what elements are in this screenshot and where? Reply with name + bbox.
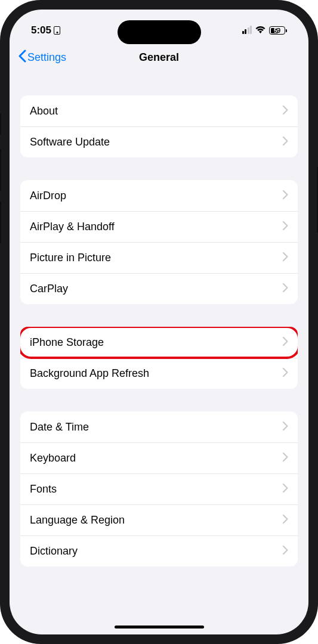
chevron-right-icon [283,515,288,526]
content: About Software Update AirDrop AirPlay & … [10,95,308,566]
cellular-signal-icon [242,27,252,34]
row-software-update[interactable]: Software Update [20,126,298,157]
chevron-right-icon [283,422,288,433]
dynamic-island [118,20,201,44]
row-label: Background App Refresh [30,367,149,380]
back-label: Settings [27,51,66,64]
row-label: Picture in Picture [30,252,111,264]
row-about[interactable]: About [20,95,298,126]
battery-icon: 59 [269,26,287,35]
nav-bar: Settings General [10,43,308,72]
row-label: AirPlay & Handoff [30,221,115,233]
row-label: Language & Region [30,514,125,527]
row-language-region[interactable]: Language & Region [20,504,298,535]
chevron-right-icon [283,106,288,117]
row-picture-in-picture[interactable]: Picture in Picture [20,242,298,273]
row-background-app-refresh[interactable]: Background App Refresh [20,358,298,389]
row-airplay-handoff[interactable]: AirPlay & Handoff [20,211,298,242]
status-left: 5:05 [31,24,60,36]
volume-up-button [0,149,1,191]
volume-down-button [0,202,1,243]
page-title: General [139,51,179,64]
chevron-right-icon [283,546,288,557]
chevron-left-icon [18,49,26,66]
row-label: Date & Time [30,421,89,434]
row-keyboard[interactable]: Keyboard [20,442,298,473]
row-label: iPhone Storage [30,336,104,349]
settings-group-4: Date & Time Keyboard Fonts Language & Re… [20,411,298,566]
chevron-right-icon [283,137,288,148]
status-time: 5:05 [31,24,51,36]
row-fonts[interactable]: Fonts [20,473,298,504]
settings-group-3: iPhone Storage Background App Refresh [20,327,298,389]
chevron-right-icon [283,453,288,464]
row-label: CarPlay [30,283,68,295]
wifi-icon [255,24,265,36]
row-carplay[interactable]: CarPlay [20,273,298,304]
chevron-right-icon [283,283,288,295]
chevron-right-icon [283,368,288,379]
row-date-time[interactable]: Date & Time [20,411,298,442]
orientation-lock-icon [54,26,60,35]
chevron-right-icon [283,337,288,348]
back-button[interactable]: Settings [18,49,66,66]
row-iphone-storage[interactable]: iPhone Storage [20,327,298,358]
phone-screen: 5:05 59 [10,10,308,634]
row-label: Dictionary [30,545,78,558]
row-dictionary[interactable]: Dictionary [20,535,298,566]
settings-group-2: AirDrop AirPlay & Handoff Picture in Pic… [20,180,298,304]
status-right: 59 [242,24,288,36]
row-label: About [30,105,58,117]
mute-switch [0,113,1,135]
phone-frame: 5:05 59 [0,0,318,644]
chevron-right-icon [283,484,288,495]
chevron-right-icon [283,190,288,202]
row-label: Software Update [30,136,110,148]
row-label: Fonts [30,483,57,496]
row-label: Keyboard [30,452,76,465]
home-indicator[interactable] [115,626,204,628]
settings-group-1: About Software Update [20,95,298,157]
row-airdrop[interactable]: AirDrop [20,180,298,211]
chevron-right-icon [283,221,288,233]
chevron-right-icon [283,252,288,264]
row-label: AirDrop [30,190,66,202]
